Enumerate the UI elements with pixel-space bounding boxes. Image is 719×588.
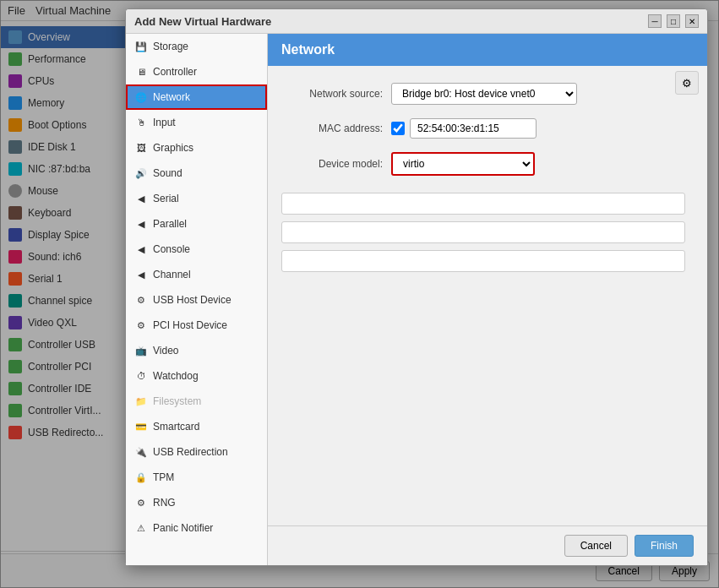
storage-icon: 💾: [134, 40, 148, 53]
hw-item-tpm[interactable]: 🔒 TPM: [126, 465, 267, 490]
modal-dialog: Add New Virtual Hardware ─ □ ✕ 💾 Storage…: [125, 8, 708, 566]
hw-item-channel[interactable]: ◀ Channel: [126, 262, 267, 287]
mac-address-checkbox[interactable]: [391, 122, 405, 135]
mac-address-row: MAC address:: [281, 118, 694, 139]
hw-detail-form: Network source: Bridge br0: Host device …: [268, 66, 707, 525]
device-model-select[interactable]: virtio e1000 rtl8139 ne2k_pci: [391, 152, 535, 176]
network-source-control: Bridge br0: Host device vnet0: [391, 83, 694, 105]
input-icon: 🖱: [134, 116, 148, 129]
usb-redir-hw-icon: 🔌: [134, 445, 148, 459]
network-icon: 🌐: [134, 90, 148, 104]
hw-item-pci-host[interactable]: ⚙ PCI Host Device: [126, 313, 267, 338]
hw-detail-title: Network: [281, 42, 335, 57]
hw-item-parallel[interactable]: ◀ Parallel: [126, 211, 267, 237]
hw-item-usb-host[interactable]: ⚙ USB Host Device: [126, 287, 267, 313]
modal-window-controls: ─ □ ✕: [648, 14, 699, 28]
filesystem-icon: 📁: [134, 395, 148, 408]
gear-button[interactable]: ⚙: [675, 71, 699, 95]
hw-item-usb-redir[interactable]: 🔌 USB Redirection: [126, 439, 267, 465]
tpm-icon: 🔒: [134, 471, 148, 484]
hw-detail-panel: Network ⚙ Network source: Bridge br0:: [268, 34, 707, 565]
hw-item-network[interactable]: 🌐 Network: [126, 84, 267, 110]
network-source-select[interactable]: Bridge br0: Host device vnet0: [391, 83, 577, 105]
smartcard-icon: 💳: [134, 420, 148, 433]
hw-item-video[interactable]: 📺 Video: [126, 338, 267, 363]
parallel-icon: ◀: [134, 217, 148, 231]
console-icon: ◀: [134, 242, 148, 256]
modal-titlebar: Add New Virtual Hardware ─ □ ✕: [126, 9, 707, 34]
video-hw-icon: 📺: [134, 344, 148, 357]
hw-item-panic[interactable]: ⚠ Panic Notifier: [126, 515, 267, 541]
modal-title: Add New Virtual Hardware: [134, 15, 271, 28]
modal-body: 💾 Storage 🖥 Controller 🌐 Network 🖱 Input…: [126, 34, 707, 565]
extra-input-1: [281, 193, 685, 215]
gear-icon: ⚙: [682, 77, 692, 90]
modal-close-button[interactable]: ✕: [685, 14, 699, 28]
hw-item-storage[interactable]: 💾 Storage: [126, 34, 267, 59]
graphics-icon: 🖼: [134, 141, 148, 155]
hw-item-serial[interactable]: ◀ Serial: [126, 186, 267, 211]
modal-footer: Cancel Finish: [268, 525, 707, 565]
mac-address-input[interactable]: [410, 118, 537, 139]
hw-item-controller[interactable]: 🖥 Controller: [126, 59, 267, 84]
hw-item-input[interactable]: 🖱 Input: [126, 110, 267, 135]
modal-minimize-button[interactable]: ─: [648, 14, 662, 28]
sound-hw-icon: 🔊: [134, 166, 148, 180]
hw-item-watchdog[interactable]: ⏱ Watchdog: [126, 363, 267, 389]
device-model-row: Device model: virtio e1000 rtl8139 ne2k_…: [281, 152, 694, 176]
hw-detail-header: Network: [268, 34, 707, 66]
channel-hw-icon: ◀: [134, 268, 148, 281]
mac-address-control: [391, 118, 694, 139]
hw-item-sound[interactable]: 🔊 Sound: [126, 161, 267, 186]
usb-host-icon: ⚙: [134, 293, 148, 307]
pci-icon: ⚙: [134, 318, 148, 332]
watchdog-icon: ⏱: [134, 369, 148, 383]
serial-hw-icon: ◀: [134, 192, 148, 205]
network-source-row: Network source: Bridge br0: Host device …: [281, 83, 694, 105]
extra-input-3: [281, 250, 685, 272]
mac-address-label: MAC address:: [281, 122, 383, 134]
cancel-button[interactable]: Cancel: [564, 535, 628, 557]
modal-maximize-button[interactable]: □: [667, 14, 680, 28]
network-source-label: Network source:: [281, 88, 383, 100]
extra-input-2: [281, 221, 685, 243]
device-model-control: virtio e1000 rtl8139 ne2k_pci: [391, 152, 694, 176]
hw-item-graphics[interactable]: 🖼 Graphics: [126, 135, 267, 161]
controller-icon: 🖥: [134, 65, 148, 79]
hw-list: 💾 Storage 🖥 Controller 🌐 Network 🖱 Input…: [126, 34, 268, 565]
hw-item-console[interactable]: ◀ Console: [126, 237, 267, 262]
panic-icon: ⚠: [134, 521, 148, 535]
hw-item-rng[interactable]: ⚙ RNG: [126, 490, 267, 515]
finish-button[interactable]: Finish: [635, 535, 694, 557]
rng-icon: ⚙: [134, 496, 148, 509]
device-model-label: Device model:: [281, 158, 383, 170]
hw-item-filesystem[interactable]: 📁 Filesystem: [126, 389, 267, 414]
hw-item-smartcard[interactable]: 💳 Smartcard: [126, 414, 267, 439]
